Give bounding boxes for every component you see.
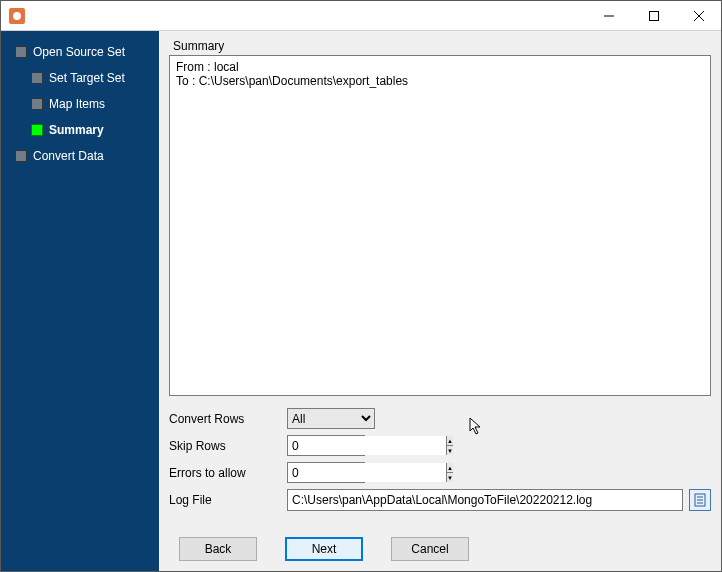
- sidebar: Open Source SetSet Target SetMap ItemsSu…: [1, 31, 159, 571]
- sidebar-item-set-target-set[interactable]: Set Target Set: [1, 65, 159, 91]
- convert-rows-select[interactable]: All: [287, 408, 375, 429]
- spinner-up-icon[interactable]: ▲: [447, 463, 453, 473]
- skip-rows-label: Skip Rows: [169, 439, 287, 453]
- content-area: Open Source SetSet Target SetMap ItemsSu…: [1, 31, 721, 571]
- logfile-input[interactable]: [287, 489, 683, 511]
- browse-log-button[interactable]: [689, 489, 711, 511]
- spinner-up-icon[interactable]: ▲: [447, 436, 453, 446]
- sidebar-item-label: Set Target Set: [49, 71, 125, 85]
- skip-rows-spinner[interactable]: ▲ ▼: [287, 435, 365, 456]
- step-status-icon: [15, 150, 27, 162]
- maximize-button[interactable]: [631, 1, 676, 31]
- step-status-icon: [31, 72, 43, 84]
- step-status-icon: [15, 46, 27, 58]
- sidebar-item-label: Convert Data: [33, 149, 104, 163]
- step-status-icon: [31, 124, 43, 136]
- summary-text: From : local To : C:\Users\pan\Documents…: [169, 55, 711, 396]
- errors-input[interactable]: [288, 463, 446, 482]
- section-title: Summary: [173, 39, 711, 53]
- svg-rect-1: [649, 11, 658, 20]
- minimize-button[interactable]: [586, 1, 631, 31]
- sidebar-item-summary[interactable]: Summary: [1, 117, 159, 143]
- cancel-button[interactable]: Cancel: [391, 537, 469, 561]
- spinner-down-icon[interactable]: ▼: [447, 446, 453, 455]
- sidebar-item-convert-data[interactable]: Convert Data: [1, 143, 159, 169]
- logfile-label: Log File: [169, 493, 287, 507]
- skip-rows-input[interactable]: [288, 436, 446, 455]
- titlebar: [1, 1, 721, 31]
- errors-spinner[interactable]: ▲ ▼: [287, 462, 365, 483]
- document-icon: [693, 493, 707, 507]
- sidebar-item-label: Map Items: [49, 97, 105, 111]
- button-bar: Back Next Cancel: [169, 537, 711, 561]
- sidebar-item-open-source-set[interactable]: Open Source Set: [1, 39, 159, 65]
- sidebar-item-map-items[interactable]: Map Items: [1, 91, 159, 117]
- back-button[interactable]: Back: [179, 537, 257, 561]
- step-status-icon: [31, 98, 43, 110]
- spinner-down-icon[interactable]: ▼: [447, 473, 453, 482]
- sidebar-item-label: Summary: [49, 123, 104, 137]
- errors-label: Errors to allow: [169, 466, 287, 480]
- convert-rows-label: Convert Rows: [169, 412, 287, 426]
- form-area: Convert Rows All Skip Rows ▲ ▼ Errors to…: [169, 408, 711, 517]
- main-panel: Summary From : local To : C:\Users\pan\D…: [159, 31, 721, 571]
- sidebar-item-label: Open Source Set: [33, 45, 125, 59]
- next-button[interactable]: Next: [285, 537, 363, 561]
- app-icon: [9, 8, 25, 24]
- close-button[interactable]: [676, 1, 721, 31]
